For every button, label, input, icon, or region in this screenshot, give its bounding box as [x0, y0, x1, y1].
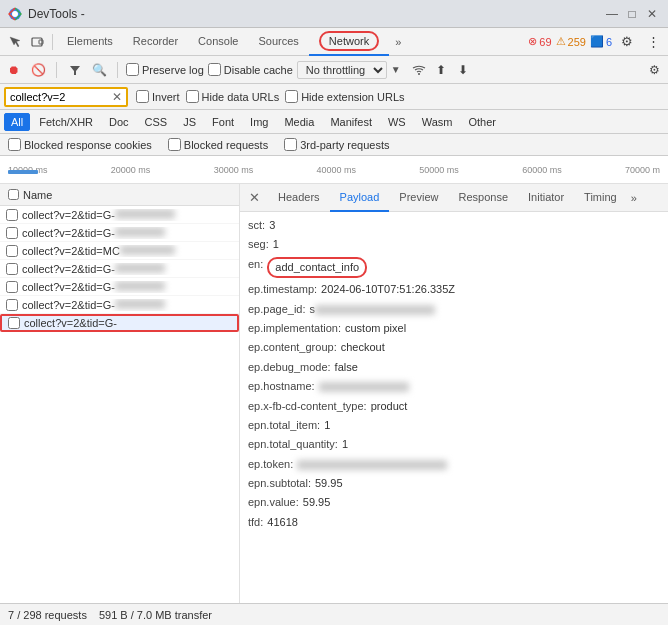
network-tab-label: Network	[319, 31, 379, 51]
svg-marker-4	[70, 66, 80, 75]
filter-tab-ws[interactable]: WS	[381, 113, 413, 131]
filter-tab-font[interactable]: Font	[205, 113, 241, 131]
request-checkbox[interactable]	[6, 209, 18, 221]
search-button[interactable]: 🔍	[89, 60, 109, 80]
invert-checkbox[interactable]: Invert	[136, 90, 180, 103]
blocked-requests-checkbox[interactable]: Blocked requests	[168, 138, 268, 151]
tab-console[interactable]: Console	[188, 28, 248, 56]
transfer-size: 591 B / 7.0 MB transfer	[99, 609, 212, 621]
list-item[interactable]: collect?v=2&tid=G-	[0, 224, 239, 242]
clear-button[interactable]: 🚫	[28, 60, 48, 80]
search-clear-button[interactable]: ✕	[112, 90, 122, 104]
detail-row: ep.x-fb-cd-content_type: product	[248, 397, 660, 416]
detail-row: ep.timestamp: 2024-06-10T07:51:26.335Z	[248, 280, 660, 299]
list-item[interactable]: collect?v=2&tid=MC	[0, 242, 239, 260]
disable-cache-checkbox[interactable]: Disable cache	[208, 63, 293, 76]
warn-icon: ⚠	[556, 35, 566, 48]
row-value	[297, 457, 447, 472]
upload-button[interactable]: ⬆	[431, 60, 451, 80]
filter-tab-manifest[interactable]: Manifest	[323, 113, 379, 131]
row-key: seg:	[248, 237, 269, 252]
maximize-button[interactable]: □	[624, 6, 640, 22]
detail-panel: ✕ Headers Payload Preview Response Initi…	[240, 184, 668, 603]
tab-payload[interactable]: Payload	[330, 184, 390, 212]
filter-tab-wasm[interactable]: Wasm	[415, 113, 460, 131]
filter-tab-img[interactable]: Img	[243, 113, 275, 131]
filter-tab-other[interactable]: Other	[461, 113, 503, 131]
devtools-tab-bar: Elements Recorder Console Sources Networ…	[0, 28, 668, 56]
error-count: 69	[539, 36, 551, 48]
close-button[interactable]: ✕	[644, 6, 660, 22]
window-title: DevTools -	[28, 7, 598, 21]
list-item[interactable]: collect?v=2&tid=G-	[0, 206, 239, 224]
request-checkbox[interactable]	[6, 299, 18, 311]
list-item[interactable]: collect?v=2&tid=G-	[0, 278, 239, 296]
request-checkbox[interactable]	[6, 281, 18, 293]
detail-tab-more[interactable]: »	[627, 188, 641, 208]
blocked-cookies-checkbox[interactable]: Blocked response cookies	[8, 138, 152, 151]
tick-6: 60000 ms	[522, 165, 562, 175]
filter-tab-doc[interactable]: Doc	[102, 113, 136, 131]
row-value: false	[335, 360, 358, 375]
tab-headers[interactable]: Headers	[268, 184, 330, 212]
row-key: ep.hostname:	[248, 379, 315, 394]
hide-data-urls-checkbox[interactable]: Hide data URLs	[186, 90, 280, 103]
tab-initiator[interactable]: Initiator	[518, 184, 574, 212]
record-button[interactable]: ⏺	[4, 60, 24, 80]
cursor-icon	[8, 35, 22, 49]
tab-more-button[interactable]: »	[389, 28, 407, 56]
row-value: add_contact_info	[267, 257, 367, 278]
tab-timing[interactable]: Timing	[574, 184, 627, 212]
inspect-element-button[interactable]	[4, 31, 26, 53]
blurred-value	[319, 382, 409, 392]
list-item[interactable]: collect?v=2&tid=G-	[0, 296, 239, 314]
request-checkbox[interactable]	[6, 263, 18, 275]
filter-tab-fetch-xhr[interactable]: Fetch/XHR	[32, 113, 100, 131]
list-item-selected[interactable]: collect?v=2&tid=G-	[0, 314, 239, 332]
tab-elements[interactable]: Elements	[57, 28, 123, 56]
row-value: 2024-06-10T07:51:26.335Z	[321, 282, 455, 297]
row-value: 41618	[267, 515, 298, 530]
tab-recorder[interactable]: Recorder	[123, 28, 188, 56]
request-checkbox[interactable]	[6, 227, 18, 239]
detail-close-button[interactable]: ✕	[244, 188, 264, 208]
filter-tab-media[interactable]: Media	[277, 113, 321, 131]
tab-response[interactable]: Response	[448, 184, 518, 212]
search-input[interactable]	[10, 91, 110, 103]
wifi-icon-button[interactable]	[409, 60, 429, 80]
filter-tab-css[interactable]: CSS	[138, 113, 175, 131]
blurred-value	[297, 460, 447, 470]
device-toggle-button[interactable]	[26, 31, 48, 53]
blurred-value	[115, 299, 165, 309]
blurred-value	[115, 209, 175, 219]
more-options-button[interactable]: ⋮	[642, 31, 664, 53]
preserve-log-checkbox[interactable]: Preserve log	[126, 63, 204, 76]
hide-ext-urls-checkbox[interactable]: Hide extension URLs	[285, 90, 404, 103]
list-item[interactable]: collect?v=2&tid=G-	[0, 260, 239, 278]
request-checkbox[interactable]	[6, 245, 18, 257]
timeline: 10000 ms 20000 ms 30000 ms 40000 ms 5000…	[0, 156, 668, 184]
device-icon	[30, 35, 44, 49]
request-name: collect?v=2&tid=G-	[22, 209, 233, 221]
separator	[52, 34, 53, 50]
throttle-select[interactable]: No throttling Fast 3G Slow 3G Offline	[297, 61, 387, 79]
tab-preview[interactable]: Preview	[389, 184, 448, 212]
row-key: ep.debug_mode:	[248, 360, 331, 375]
request-checkbox[interactable]	[8, 317, 20, 329]
download-button[interactable]: ⬇	[453, 60, 473, 80]
network-settings-button[interactable]: ⚙	[644, 60, 664, 80]
search-bar: ✕ Invert Hide data URLs Hide extension U…	[0, 84, 668, 110]
filter-tab-js[interactable]: JS	[176, 113, 203, 131]
row-key: ep.page_id:	[248, 302, 306, 317]
detail-row: ep.page_id: s	[248, 300, 660, 319]
detail-row: epn.value: 59.95	[248, 493, 660, 512]
select-all-checkbox[interactable]	[8, 189, 19, 200]
tick-4: 40000 ms	[316, 165, 356, 175]
filter-tab-all[interactable]: All	[4, 113, 30, 131]
tab-sources[interactable]: Sources	[248, 28, 308, 56]
settings-button[interactable]: ⚙	[616, 31, 638, 53]
filter-button[interactable]	[65, 60, 85, 80]
third-party-checkbox[interactable]: 3rd-party requests	[284, 138, 389, 151]
minimize-button[interactable]: —	[604, 6, 620, 22]
tab-network[interactable]: Network	[309, 28, 389, 56]
